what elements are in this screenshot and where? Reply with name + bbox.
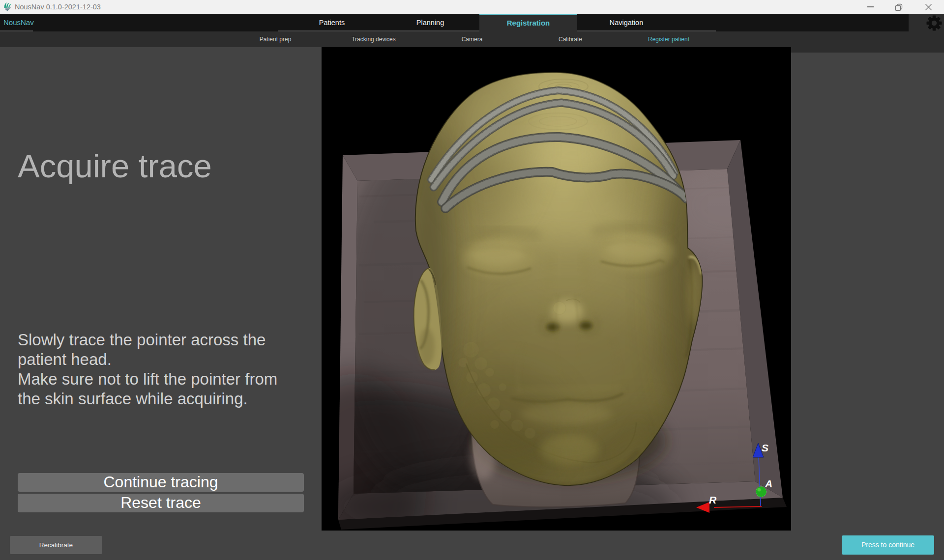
svg-text:A: A bbox=[765, 478, 772, 489]
svg-text:S: S bbox=[762, 442, 768, 453]
svg-text:R: R bbox=[709, 494, 717, 505]
